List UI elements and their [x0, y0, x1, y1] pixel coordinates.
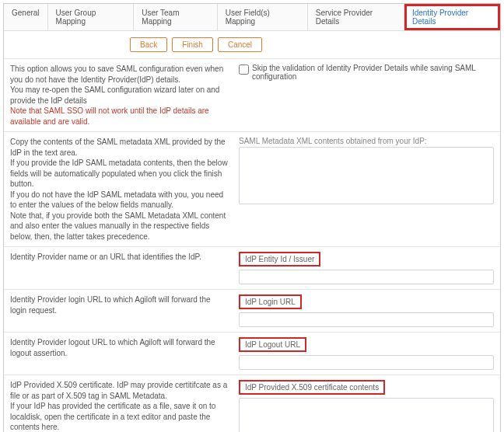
entity-id-input[interactable]: [239, 270, 494, 284]
login-url-label: IdP Login URL: [239, 294, 302, 309]
skip-validation-label: Skip the validation of Identity Provider…: [252, 64, 494, 81]
entity-id-label: IdP Entity Id / Issuer: [239, 252, 320, 267]
tab-identity-provider-details[interactable]: Identity Provider Details: [404, 4, 500, 30]
cert-textarea[interactable]: [239, 398, 494, 432]
metadata-desc-3: If you do not have the IdP SAML metadata…: [10, 190, 228, 211]
login-url-input[interactable]: [239, 312, 494, 327]
logout-url-input[interactable]: [239, 355, 494, 370]
metadata-desc-4: Note that, if you provide both the SAML …: [10, 211, 228, 242]
back-button[interactable]: Back: [130, 37, 167, 52]
intro-text-1: This option allows you to save SAML conf…: [10, 64, 228, 85]
tab-general[interactable]: General: [4, 4, 48, 30]
tab-service-provider-details[interactable]: Service Provider Details: [308, 4, 404, 30]
tab-user-team-mapping[interactable]: User Team Mapping: [134, 4, 217, 30]
tab-user-fields-mapping[interactable]: User Field(s) Mapping: [218, 4, 308, 30]
cancel-button[interactable]: Cancel: [218, 37, 262, 52]
logout-url-desc: Identity Provider logout URL to which Ag…: [10, 337, 236, 370]
logout-url-label: IdP Logout URL: [239, 337, 306, 352]
intro-text-2: You may re-open the SAML configuration w…: [10, 85, 228, 106]
metadata-xml-textarea[interactable]: [239, 147, 494, 204]
cert-desc-1: IdP Provided X.509 certificate. IdP may …: [10, 380, 228, 401]
tab-bar: General User Group Mapping User Team Map…: [4, 4, 500, 31]
finish-button[interactable]: Finish: [172, 37, 213, 52]
cert-desc-2: If your IdP has provided the certificate…: [10, 401, 228, 432]
metadata-desc-1: Copy the contents of the SAML metadata X…: [10, 137, 228, 158]
login-url-desc: Identity Provider login URL to which Agi…: [10, 294, 236, 327]
entity-id-desc: Identity Provider name or an URL that id…: [10, 252, 236, 284]
cert-label: IdP Provided X.509 certificate contents: [239, 380, 385, 395]
metadata-xml-label: SAML Metadata XML contents obtained from…: [239, 137, 494, 145]
intro-warning: Note that SAML SSO will not work until t…: [10, 106, 228, 127]
tab-user-group-mapping[interactable]: User Group Mapping: [48, 4, 135, 30]
skip-validation-checkbox[interactable]: [239, 64, 249, 75]
top-button-row: Back Finish Cancel: [4, 31, 500, 58]
metadata-desc-2: If you provide the IdP SAML metadata con…: [10, 158, 228, 190]
